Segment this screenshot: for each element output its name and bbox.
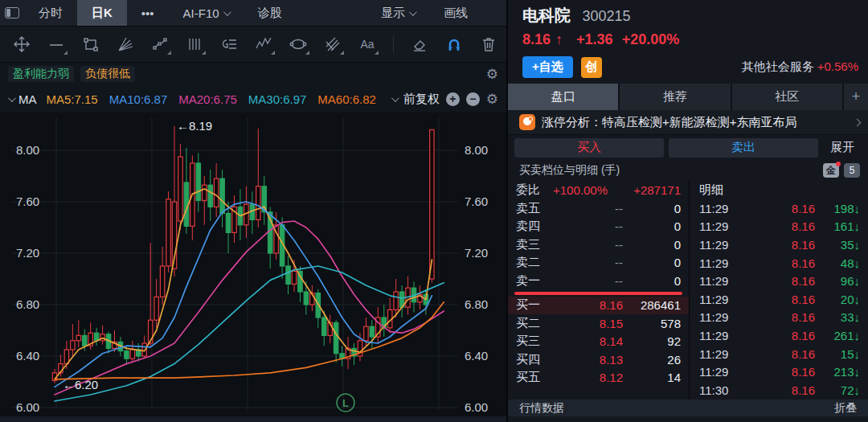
order-book-row[interactable]: 买一8.16286461 [508, 297, 689, 315]
sell-button[interactable]: 卖出 [669, 138, 818, 158]
order-book-row[interactable]: 买四8.1326 [508, 350, 689, 369]
expand-button[interactable]: 展开 [823, 140, 862, 155]
order-book-row[interactable]: 卖一--0 [508, 272, 689, 290]
level-volume: 0 [623, 238, 681, 252]
drawing-toolbar: Aa [0, 27, 506, 63]
tab-recommend[interactable]: 推荐 [620, 84, 730, 110]
order-book-row[interactable]: 卖三--0 [508, 236, 689, 254]
indicator-settings-gear-icon[interactable]: ⚙ [486, 92, 498, 106]
tick-time: 11:29 [699, 365, 747, 379]
tick-volume: 161↓ [815, 219, 860, 233]
rectangle-tool-icon[interactable] [82, 35, 100, 53]
level-price: -- [553, 256, 623, 269]
display-menu-button[interactable]: 显示 [366, 0, 429, 26]
market-data-label[interactable]: 行情数据 [519, 401, 564, 416]
weibi-label: 委比 [516, 182, 553, 198]
tick-time: 11:29 [699, 347, 747, 361]
tab-minute-chart[interactable]: 分时 [24, 0, 77, 26]
tick-row[interactable]: 11:298.16198↓ [690, 199, 868, 218]
svg-text:6.80: 6.80 [16, 297, 39, 311]
order-book-row[interactable]: 卖五--0 [508, 199, 689, 218]
tick-row[interactable]: 11:298.1635↓ [690, 236, 868, 254]
tab-diagnose-stock[interactable]: 诊股 [244, 0, 297, 26]
tab-label: 诊股 [258, 6, 282, 21]
tick-price: 8.16 [747, 293, 815, 306]
trash-tool-icon[interactable] [480, 35, 497, 53]
menu-label: 画线 [444, 6, 468, 21]
tick-row[interactable]: 11:298.1633↓ [690, 309, 868, 327]
collapse-left-panel-button[interactable] [0, 0, 24, 26]
segments-tool-icon[interactable] [151, 35, 169, 53]
tick-volume: 35↓ [815, 238, 860, 252]
add-tab-button[interactable]: + [844, 84, 868, 110]
panel-footer: 行情数据 折叠 [508, 399, 868, 416]
zoom-out-button[interactable]: − [466, 92, 480, 106]
order-book-row[interactable]: 买二8.15578 [508, 314, 689, 333]
tick-row[interactable]: 11:298.1615↓ [690, 345, 868, 363]
profitability-tag[interactable]: 盈利能力弱 [8, 66, 74, 82]
chinext-board-badge[interactable]: 创 [581, 57, 602, 78]
tags-settings-gear-icon[interactable]: ⚙ [486, 68, 498, 81]
svg-text:7.20: 7.20 [465, 246, 488, 260]
wave-tool-icon[interactable] [255, 35, 272, 53]
level-label: 卖三 [516, 237, 553, 252]
sector-link[interactable]: 其他社会服务+0.56% [742, 59, 858, 75]
ma-group-toggle[interactable]: MA [8, 92, 37, 106]
level-volume: 0 [623, 219, 681, 233]
limit-up-analysis-row[interactable]: 涨停分析：特高压检测+新能源检测+东南亚布局 [508, 110, 868, 135]
tick-price: 8.16 [747, 310, 815, 324]
tick-time: 11:29 [699, 310, 747, 324]
candlestick-chart-area[interactable]: 8.008.007.607.607.207.206.806.806.406.40… [0, 113, 506, 416]
tab-order-book[interactable]: 盘口 [508, 84, 618, 110]
tab-ai-f10[interactable]: AI-F10 [169, 0, 244, 26]
level-label: 买一 [516, 297, 553, 313]
chevron-down-icon [8, 94, 16, 102]
tick-row[interactable]: 11:298.1620↓ [690, 290, 868, 309]
tick-time: 11:29 [699, 202, 747, 215]
debt-tag[interactable]: 负债很低 [80, 66, 135, 82]
stock-name: 电科院 [522, 6, 571, 24]
zoom-in-button[interactable]: + [446, 92, 460, 106]
tick-row[interactable]: 11:308.1672↓ [690, 381, 868, 399]
ellipse-tool-icon[interactable] [289, 35, 307, 53]
tick-row[interactable]: 11:298.1648↓ [690, 254, 868, 272]
tab-daily-k[interactable]: 日K [77, 0, 127, 26]
svg-text:←6.20: ←6.20 [63, 378, 98, 391]
tick-row[interactable]: 11:298.16161↓ [690, 218, 868, 236]
book-subheader-label: 买卖档位与明细 (手) [519, 163, 620, 178]
text-tool-icon[interactable]: Aa [358, 35, 376, 53]
order-book-row[interactable]: 卖二--0 [508, 254, 689, 272]
collapse-right-panel-button[interactable] [482, 0, 506, 26]
level-label: 买三 [516, 334, 553, 349]
gann-tool-icon[interactable] [220, 35, 238, 53]
adjust-mode-control[interactable]: 前复权 + − ⚙ [391, 92, 498, 107]
move-tool-icon[interactable] [13, 35, 31, 53]
tick-price: 8.16 [747, 238, 815, 252]
limit-up-analysis-icon [519, 114, 535, 130]
draw-line-button[interactable]: 画线 [429, 0, 482, 26]
eraser-tool-icon[interactable] [411, 35, 428, 53]
collapse-button[interactable]: 折叠 [834, 401, 857, 416]
candlestick-chart[interactable]: 8.008.007.607.607.207.206.806.806.406.40… [0, 113, 506, 416]
order-book-row[interactable]: 买五8.1214 [508, 369, 689, 387]
gold-badge-icon[interactable]: 金 [823, 163, 839, 178]
order-book-row[interactable]: 卖四--0 [508, 218, 689, 236]
toolbar-divider [393, 36, 394, 52]
tab-label: 盘口 [551, 89, 575, 104]
svg-text:6.80: 6.80 [465, 297, 488, 311]
line-tool-icon[interactable] [47, 35, 65, 53]
vertical-lines-tool-icon[interactable] [186, 35, 203, 53]
tick-row[interactable]: 11:298.16213↓ [690, 363, 868, 381]
magnet-tool-icon[interactable] [445, 35, 463, 53]
order-book-row[interactable]: 买三8.1492 [508, 333, 689, 351]
tab-community[interactable]: 社区 [732, 84, 842, 110]
count-badge[interactable]: 5 [844, 163, 860, 178]
add-watchlist-button[interactable]: +自选 [522, 56, 573, 78]
tick-row[interactable]: 11:298.1696↓ [690, 272, 868, 290]
tab-more-periods[interactable]: ••• [127, 0, 169, 26]
fan-lines-tool-icon[interactable] [117, 35, 134, 53]
menu-label: 显示 [381, 6, 405, 21]
pitchfork-tool-icon[interactable] [324, 35, 342, 53]
buy-button[interactable]: 买入 [514, 138, 664, 158]
tick-row[interactable]: 11:298.16261↓ [690, 326, 868, 345]
